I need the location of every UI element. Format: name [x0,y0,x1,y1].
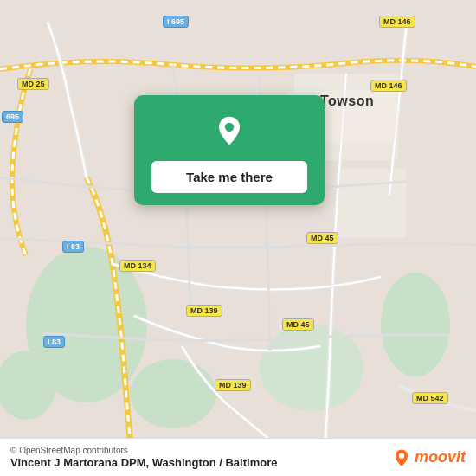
moovit-text: moovit [415,448,466,466]
bottom-left: © OpenStreetMap contributors Vincent J M… [10,446,277,469]
map-container: I 695 MD 146 MD 25 695 MD 146 MD 134 MD … [0,0,476,476]
bottom-bar: © OpenStreetMap contributors Vincent J M… [0,438,476,476]
road-badge-md139-lower: MD 139 [215,379,251,391]
road-badge-md45-lower: MD 45 [282,318,314,331]
location-card: Take me there [134,95,325,205]
svg-point-10 [225,123,234,132]
road-badge-695-left: 695 [2,111,23,123]
map-roads [0,0,476,476]
svg-point-4 [381,273,450,376]
road-badge-md146-right: MD 146 [370,80,407,92]
attribution-text: © OpenStreetMap contributors [10,446,277,455]
road-badge-i695-top: I 695 [163,16,189,28]
road-badge-md25: MD 25 [17,78,49,90]
road-badge-md146-top: MD 146 [379,16,415,28]
svg-point-11 [399,453,404,458]
road-badge-i83-upper: I 83 [62,241,84,253]
road-badge-md134: MD 134 [119,260,156,272]
moovit-pin-icon [392,448,411,467]
road-badge-i83-lower: I 83 [43,336,65,348]
take-me-there-button[interactable]: Take me there [151,161,307,193]
svg-rect-7 [338,169,407,238]
moovit-logo: moovit [392,448,466,467]
location-name: Vincent J Martorana DPM, Washington / Ba… [10,456,277,469]
location-pin-icon [209,111,250,152]
svg-point-2 [130,359,216,428]
area-label-towson: Towson [320,93,374,109]
road-badge-md45-mid: MD 45 [306,232,338,244]
road-badge-md139-upper: MD 139 [186,305,222,317]
road-badge-md542: MD 542 [412,392,448,404]
